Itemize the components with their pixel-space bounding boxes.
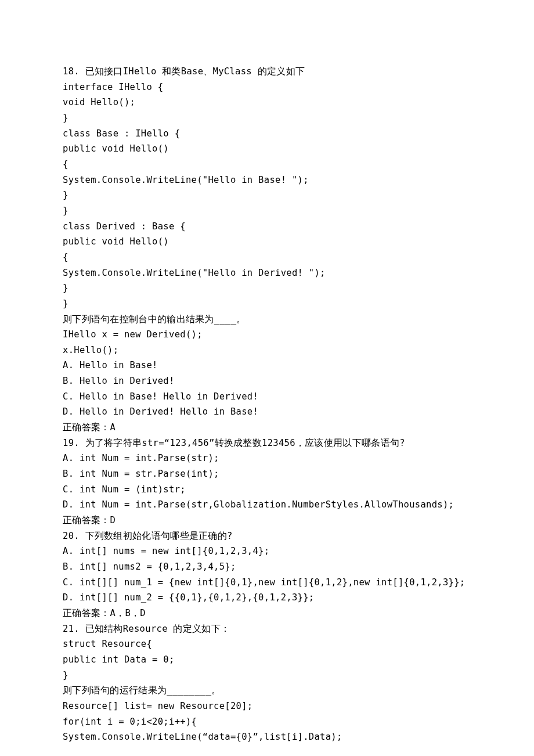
answer-line: 正确答案：A [63, 420, 471, 435]
text-line: 21. 已知结构Resource 的定义如下： [63, 621, 471, 637]
text-line: } [63, 188, 471, 203]
text-line: C. Hello in Base! Hello in Derived! [63, 389, 471, 405]
answer-line: 正确答案：A，B，D [63, 606, 471, 621]
text-line: x.Hello(); [63, 343, 471, 358]
text-line: class Derived : Base { [63, 219, 471, 235]
text-line: { [63, 250, 471, 265]
text-line: IHello x = new Derived(); [63, 327, 471, 343]
text-line: { [63, 157, 471, 172]
text-line: class Base : IHello { [63, 126, 471, 142]
text-line: } [63, 668, 471, 683]
text-line: 19. 为了将字符串str=“123,456”转换成整数123456，应该使用以… [63, 435, 471, 451]
text-line: } [63, 203, 471, 219]
text-line: D. int[][] num_2 = {{0,1},{0,1,2},{0,1,2… [63, 590, 471, 606]
text-line: B. Hello in Derived! [63, 373, 471, 389]
text-line: for(int i = 0;i<20;i++){ [63, 714, 471, 730]
text-line: System.Console.WriteLine(“data={0}”,list… [63, 729, 471, 745]
text-line: B. int[] nums2 = {0,1,2,3,4,5}; [63, 559, 471, 575]
text-line: 20. 下列数组初始化语句哪些是正确的? [63, 528, 471, 544]
text-line: System.Console.WriteLine("Hello in Deriv… [63, 265, 471, 281]
text-line: public int Data = 0; [63, 652, 471, 668]
text-line: B. int Num = str.Parse(int); [63, 466, 471, 482]
document-page: 18. 已知接口IHello 和类Base、MyClass 的定义如下 inte… [0, 0, 534, 756]
text-line: 18. 已知接口IHello 和类Base、MyClass 的定义如下 [63, 64, 471, 80]
text-line: } [63, 280, 471, 296]
text-line: A. Hello in Base! [63, 358, 471, 373]
text-line: Resource[] list= new Resource[20]; [63, 699, 471, 714]
text-line: public void Hello() [63, 141, 471, 157]
text-line: void Hello(); [63, 95, 471, 110]
answer-line: 正确答案：D [63, 513, 471, 528]
text-line: public void Hello() [63, 234, 471, 250]
text-line: struct Resource{ [63, 636, 471, 652]
text-line: D. int Num = int.Parse(str,Globalization… [63, 497, 471, 513]
text-line: C. int[][] num_1 = {new int[]{0,1},new i… [63, 575, 471, 591]
text-line: C. int Num = (int)str; [63, 482, 471, 498]
text-line: } [63, 110, 471, 126]
text-line: System.Console.WriteLine("Hello in Base!… [63, 172, 471, 188]
text-line: A. int[] nums = new int[]{0,1,2,3,4}; [63, 543, 471, 559]
text-line: 则下列语句在控制台中的输出结果为____。 [63, 312, 471, 327]
text-line: A. int Num = int.Parse(str); [63, 451, 471, 466]
text-line: D. Hello in Derived! Hello in Base! [63, 404, 471, 420]
text-line: interface IHello { [63, 80, 471, 95]
text-line: } [63, 296, 471, 312]
text-line: 则下列语句的运行结果为________。 [63, 683, 471, 699]
